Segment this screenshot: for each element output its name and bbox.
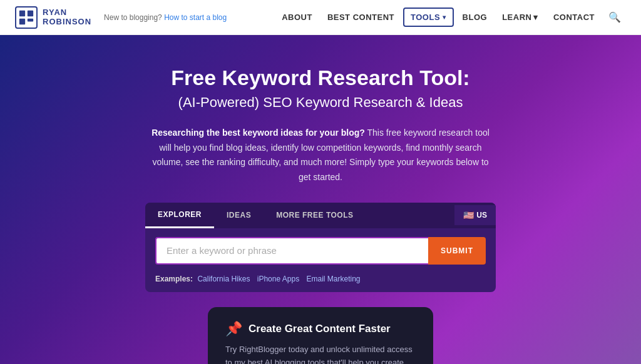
example-email-marketing[interactable]: Email Marketing <box>306 275 360 283</box>
learn-chevron-icon: ▾ <box>533 13 538 22</box>
country-selector[interactable]: 🇺🇸 US <box>454 205 496 225</box>
examples-label: Examples: <box>155 275 193 283</box>
nav-item-tools[interactable]: TOOLS ▾ <box>403 8 454 27</box>
start-blog-link[interactable]: How to start a blog <box>164 13 227 22</box>
hero-title: Free Keyword Research Tool: <box>171 65 469 91</box>
tab-ideas[interactable]: IDEAS <box>214 203 264 227</box>
tool-card: EXPLORER IDEAS MORE FREE TOOLS 🇺🇸 US SUB… <box>145 203 496 292</box>
hero-description: Researching the best keyword ideas for y… <box>145 126 496 185</box>
nav-item-best-content[interactable]: BEST CONTENT <box>321 9 401 26</box>
keyword-input[interactable] <box>155 237 428 265</box>
hero-subtitle: (AI-Powered) SEO Keyword Research & Idea… <box>178 94 463 111</box>
promo-header: 📌 Create Great Content Faster <box>225 321 391 337</box>
promo-card: 📌 Create Great Content Faster Try RightB… <box>208 307 433 364</box>
nav-item-contact[interactable]: CONTACT <box>547 9 601 26</box>
flag-icon: 🇺🇸 <box>463 210 474 220</box>
tab-more-free-tools[interactable]: MORE FREE TOOLS <box>264 203 366 227</box>
nav-item-blog[interactable]: BLOG <box>456 9 494 26</box>
svg-rect-1 <box>28 10 33 16</box>
flag-label: US <box>476 211 487 220</box>
promo-icon: 📌 <box>225 321 242 337</box>
navbar: RYAN ROBINSON New to blogging? How to st… <box>0 0 641 35</box>
nav-item-about[interactable]: ABOUT <box>275 9 319 26</box>
hero-description-bold: Researching the best keyword ideas for y… <box>151 128 365 138</box>
logo-name-line1: RYAN <box>43 8 91 17</box>
logo-icon <box>15 6 38 29</box>
navbar-tagline: New to blogging? How to start a blog <box>104 13 227 22</box>
logo[interactable]: RYAN ROBINSON <box>15 6 91 29</box>
promo-title: Create Great Content Faster <box>249 323 391 335</box>
search-icon[interactable]: 🔍 <box>603 9 626 26</box>
example-california-hikes[interactable]: California Hikes <box>197 275 250 283</box>
tab-explorer[interactable]: EXPLORER <box>145 203 214 228</box>
svg-rect-0 <box>19 10 25 16</box>
submit-button[interactable]: SUBMIT <box>428 237 486 265</box>
svg-rect-2 <box>19 18 25 24</box>
examples-row: Examples: California Hikes iPhone Apps E… <box>145 273 496 292</box>
nav-item-learn[interactable]: LEARN ▾ <box>496 9 545 26</box>
example-iphone-apps[interactable]: iPhone Apps <box>257 275 299 283</box>
hero-section: Free Keyword Research Tool: (AI-Powered)… <box>0 35 641 364</box>
tools-chevron-icon: ▾ <box>443 14 446 21</box>
logo-name-line2: ROBINSON <box>43 18 91 26</box>
keyword-search-form: SUBMIT <box>145 228 496 273</box>
tool-tabs: EXPLORER IDEAS MORE FREE TOOLS 🇺🇸 US <box>145 203 496 228</box>
promo-description: Try RightBlogger today and unlock unlimi… <box>225 343 416 364</box>
svg-rect-3 <box>28 18 33 21</box>
nav-menu: ABOUT BEST CONTENT TOOLS ▾ BLOG LEARN ▾ … <box>275 8 626 27</box>
